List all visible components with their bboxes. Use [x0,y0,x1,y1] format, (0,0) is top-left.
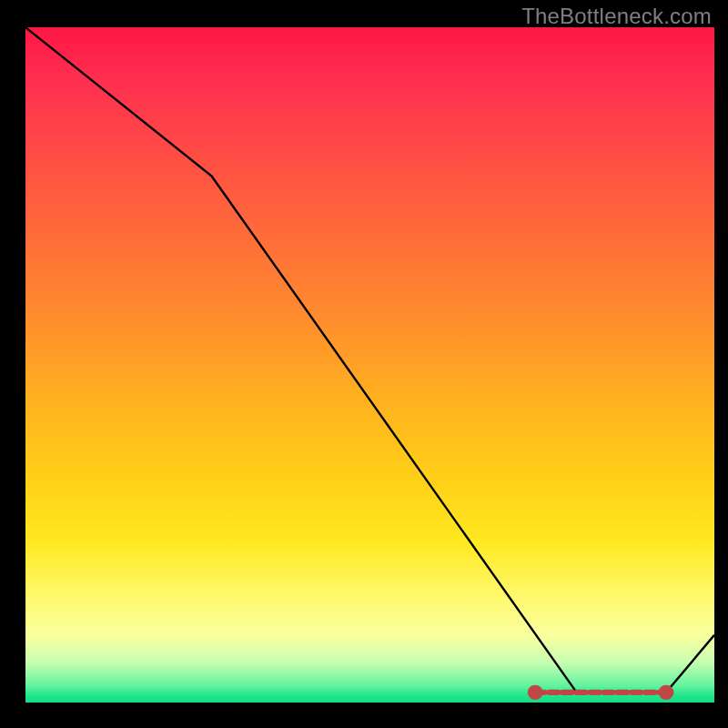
optimal-segment-start-dot [528,685,543,700]
plot-area [25,27,714,703]
watermark-text: TheBottleneck.com [521,4,712,29]
chart-overlay [25,27,714,703]
bottleneck-curve [25,27,714,693]
optimal-segment-end-dot [659,685,674,700]
chart-container: TheBottleneck.com [0,0,728,728]
